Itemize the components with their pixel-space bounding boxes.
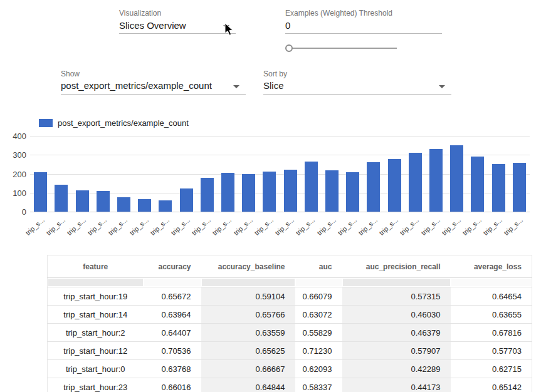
chart-bar[interactable] xyxy=(388,159,401,212)
chart-bar[interactable] xyxy=(34,172,47,212)
slices-bar-chart: post_export_metrics/example_count 010020… xyxy=(0,116,541,250)
table-cell: 0.46030 xyxy=(342,306,451,324)
table-cell: 0.70536 xyxy=(144,342,201,360)
column-filter-input[interactable] xyxy=(144,279,201,286)
table-cell: 0.65625 xyxy=(201,342,295,360)
chart-bar[interactable] xyxy=(242,174,255,212)
table-cell: 0.71230 xyxy=(295,342,342,360)
chart-bar[interactable] xyxy=(263,172,276,212)
chevron-down-icon xyxy=(233,85,239,88)
column-filter-input[interactable] xyxy=(343,279,450,286)
chart-bar[interactable] xyxy=(138,199,151,212)
column-header[interactable]: feature xyxy=(48,255,144,278)
column-header[interactable]: auc xyxy=(295,255,342,278)
chart-bar[interactable] xyxy=(159,200,172,212)
table-row[interactable]: trip_start_hour:20.644070.635590.558290.… xyxy=(48,324,532,342)
table-cell: trip_start_hour:2 xyxy=(48,324,144,342)
slider-track[interactable] xyxy=(289,48,397,49)
chart-bar[interactable] xyxy=(201,178,214,212)
threshold-value: 0 xyxy=(285,20,290,31)
slider-thumb[interactable] xyxy=(285,44,293,52)
y-axis-tick-label: 300 xyxy=(1,150,26,160)
show-label: Show xyxy=(61,70,80,78)
filter-cell xyxy=(201,278,295,287)
table-cell: 0.57907 xyxy=(342,342,451,360)
chart-bar[interactable] xyxy=(325,170,339,212)
table-cell: 0.64407 xyxy=(144,324,201,342)
threshold-slider[interactable] xyxy=(285,43,397,53)
table-filter-row xyxy=(48,278,532,287)
filter-cell xyxy=(144,278,201,287)
table-cell: 0.55829 xyxy=(295,324,342,342)
chart-bar[interactable] xyxy=(97,191,110,212)
show-metric-value: post_export_metrics/example_count xyxy=(61,80,212,91)
table-row[interactable]: trip_start_hour:120.705360.656250.712300… xyxy=(48,342,532,360)
metrics-table: featureaccuracyaccuracy_baselineaucauc_p… xyxy=(47,255,532,392)
table-cell: 0.42289 xyxy=(342,360,451,378)
chart-bar[interactable] xyxy=(284,170,297,212)
table-cell: 0.63655 xyxy=(451,306,532,324)
table-cell: 0.65672 xyxy=(144,287,201,306)
column-header[interactable]: accuracy xyxy=(144,255,201,278)
table-row[interactable]: trip_start_hour:230.660160.648440.583370… xyxy=(48,378,532,392)
filter-cell xyxy=(295,278,342,287)
y-axis-tick-label: 200 xyxy=(1,170,26,179)
chart-bar[interactable] xyxy=(180,188,193,212)
chart-bar[interactable] xyxy=(305,162,318,212)
column-header[interactable]: average_loss xyxy=(451,255,532,278)
visualization-select[interactable]: Slices Overview xyxy=(119,20,236,34)
table-row[interactable]: trip_start_hour:140.639640.657660.630720… xyxy=(48,306,532,324)
legend-swatch xyxy=(39,119,53,127)
table-cell: 0.57703 xyxy=(451,342,532,360)
sort-by-select[interactable]: Slice xyxy=(263,80,451,95)
chart-bar[interactable] xyxy=(55,185,68,212)
table-cell: 0.64654 xyxy=(451,287,532,306)
chart-bar[interactable] xyxy=(367,162,380,212)
chart-bar[interactable] xyxy=(492,164,505,212)
table-cell: trip_start_hour:14 xyxy=(48,306,144,324)
gridline xyxy=(30,136,530,137)
chart-bar[interactable] xyxy=(450,145,463,212)
table-cell: 0.67816 xyxy=(451,324,532,342)
y-axis-tick-label: 400 xyxy=(1,132,26,141)
table-row[interactable]: trip_start_hour:190.656720.591040.660790… xyxy=(48,287,532,306)
chart-bar[interactable] xyxy=(409,153,422,212)
chart-bar[interactable] xyxy=(117,197,130,212)
chevron-down-icon xyxy=(439,85,445,88)
table-cell: 0.63964 xyxy=(144,306,201,324)
visualization-value: Slices Overview xyxy=(119,20,186,31)
mouse-cursor xyxy=(224,23,234,39)
table-cell: 0.66667 xyxy=(201,360,295,378)
y-axis-tick-label: 0 xyxy=(1,207,26,217)
show-metric-select[interactable]: post_export_metrics/example_count xyxy=(61,80,246,95)
filter-cell xyxy=(342,278,451,287)
table-cell: 0.65142 xyxy=(451,378,532,392)
sort-by-value: Slice xyxy=(263,80,284,91)
chart-bar[interactable] xyxy=(76,190,89,212)
column-filter-input[interactable] xyxy=(202,279,295,286)
chart-bar[interactable] xyxy=(221,173,234,212)
table-header-row: featureaccuracyaccuracy_baselineaucauc_p… xyxy=(48,255,532,278)
table-cell: 0.57315 xyxy=(342,287,451,306)
table-cell: 0.59104 xyxy=(201,287,295,306)
y-axis-tick-label: 100 xyxy=(1,188,26,198)
chart-bar[interactable] xyxy=(471,157,484,212)
table-cell: trip_start_hour:23 xyxy=(48,378,144,392)
column-filter-input[interactable] xyxy=(451,279,532,286)
chart-bar[interactable] xyxy=(429,149,443,212)
table-cell: 0.46379 xyxy=(342,324,451,342)
sort-by-label: Sort by xyxy=(263,70,287,78)
chart-legend: post_export_metrics/example_count xyxy=(39,118,189,128)
column-header[interactable]: auc_precision_recall xyxy=(342,255,451,278)
chart-bar[interactable] xyxy=(513,163,526,212)
table-cell: 0.63072 xyxy=(295,306,342,324)
table-cell: 0.66079 xyxy=(295,287,342,306)
column-filter-input[interactable] xyxy=(48,279,143,286)
slices-overview-app: Visualization Slices Overview Examples (… xyxy=(0,0,541,392)
table-row[interactable]: trip_start_hour:00.637680.666670.620930.… xyxy=(48,360,532,378)
table-cell: trip_start_hour:12 xyxy=(48,342,144,360)
column-header[interactable]: accuracy_baseline xyxy=(201,255,295,278)
column-filter-input[interactable] xyxy=(296,279,342,286)
chart-bar[interactable] xyxy=(346,172,359,212)
threshold-input[interactable]: 0 xyxy=(285,20,442,34)
